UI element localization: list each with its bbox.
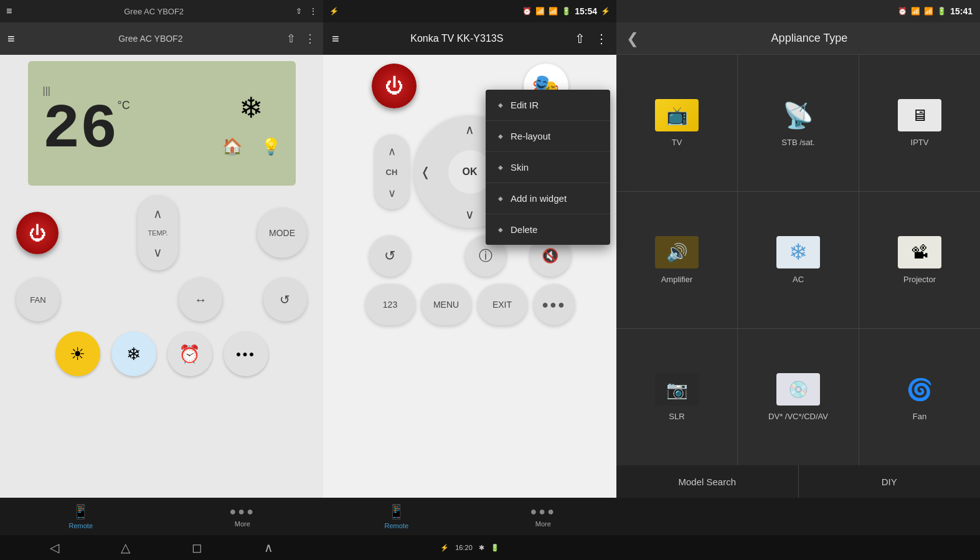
appliance-grid: 📺 TV 📡 STB /sat. 🖥 IPTV 🔊 Amplifier ❄ AC [616,55,980,465]
more-label-mid: More [535,520,551,528]
tv-hamburger-icon[interactable]: ≡ [332,32,339,46]
diamond-icon-2: ◆ [498,133,503,140]
tv-nav-down[interactable]: ∨ [465,207,474,222]
diy-button[interactable]: DIY [799,465,981,498]
tv-nav-up[interactable]: ∧ [465,122,474,137]
ac-expand-button[interactable]: ↔ [179,278,222,321]
tv-more-icon[interactable]: ⋮ [595,31,608,46]
bottom-bar-left: 📱 Remote ●●● More [0,498,323,535]
main-area: ≡ Gree AC YBOF2 ⇧ ⋮ ||| 26 °C [0,22,980,498]
appliance-ac-label: AC [793,275,804,284]
bottom-remote-left[interactable]: 📱 Remote [0,500,162,533]
bottom-bar-middle: 📱 Remote ●●● More [323,498,616,535]
tv-dots-button[interactable]: ●●● [534,284,575,325]
ac-panel-header: ≡ Gree AC YBOF2 ⇧ ⋮ [0,22,323,55]
tv-power-button[interactable]: ⏻ [372,64,417,108]
sys-nav: ◁ △ ◻ ∧ ⚡ 16:20 ✱ 🔋 [0,535,980,560]
fan-icon: 🌀 [898,373,941,406]
home-nav-button[interactable]: △ [121,540,130,555]
appliance-fan[interactable]: 🌀 Fan [859,329,980,465]
appliance-tv[interactable]: 📺 TV [616,55,737,191]
usb-icon-left: ⚡ [329,7,339,16]
signal-icon-mid: 📶 [549,7,558,16]
dropdown-relayout[interactable]: ◆ Re-layout [486,121,610,152]
ac-mode-button[interactable]: MODE [257,208,307,258]
dropdown-edit-ir[interactable]: ◆ Edit IR [486,90,610,121]
dropdown-skin[interactable]: ◆ Skin [486,152,610,183]
tv-menu-button[interactable]: MENU [422,284,471,325]
tv-123-label: 123 [383,300,397,310]
dropdown-menu: ◆ Edit IR ◆ Re-layout ◆ Skin ◆ Add in wi… [486,90,610,245]
more-icon[interactable]: ⋮ [309,7,317,16]
ac-up-arrow: ∧ [153,206,163,221]
appliance-slr-label: SLR [669,412,684,421]
appliance-projector-label: Projector [903,275,936,284]
ac-temp-pill[interactable]: ∧ TEMP. ∨ [138,196,178,270]
ac-rotate-button[interactable]: ↺ [263,278,307,321]
ac-dots-button[interactable]: ●●● [224,331,268,376]
ac-hamburger-icon[interactable]: ≡ [7,32,15,46]
ac-fan-label: FAN [30,295,45,305]
amplifier-icon: 🔊 [655,236,699,268]
alarm-icon-mid: ⏰ [522,7,532,16]
tv-nav-left[interactable]: ❬ [420,164,431,179]
tv-ch-label: CH [386,168,398,177]
recent-nav-button[interactable]: ◻ [192,540,202,555]
appliance-header: ❮ Appliance Type [616,22,980,55]
ac-sun-button[interactable]: ☀ [55,331,100,376]
tv-menu-label: MENU [433,300,459,310]
alarm-icon-right: ⏰ [898,7,907,16]
sys-usb-icon: ⚡ [440,544,449,552]
dropdown-add-widget[interactable]: ◆ Add in widget [486,183,610,214]
appliance-stb-label: STB /sat. [781,138,814,147]
tv-ch-pill[interactable]: ∧ CH ∨ [375,135,409,209]
bottom-remote-mid[interactable]: 📱 Remote [323,500,470,533]
more-dots-left: ●●● [229,505,255,518]
appliance-stb[interactable]: 📡 STB /sat. [738,55,859,191]
appliance-iptv[interactable]: 🖥 IPTV [859,55,980,191]
remote-label-mid: Remote [384,522,408,529]
dropdown-relayout-label: Re-layout [511,131,550,141]
appliance-projector[interactable]: 📽 Projector [859,192,980,328]
dropdown-widget-label: Add in widget [511,193,567,204]
wifi-icon-right: 📶 [911,7,920,16]
model-search-label: Model Search [678,477,736,487]
dropdown-delete-label: Delete [511,224,537,235]
remote-label-left: Remote [68,522,93,529]
ac-snow-button[interactable]: ❄ [111,331,156,376]
sys-nav-right [616,535,980,560]
appliance-ac[interactable]: ❄ AC [738,192,859,328]
slr-icon: 📷 [655,373,699,406]
appliance-amplifier-label: Amplifier [661,275,693,284]
back-nav-button[interactable]: ◁ [50,540,59,555]
appliance-amplifier[interactable]: 🔊 Amplifier [616,192,737,328]
more-label-left: More [235,520,250,528]
ac-fan-button[interactable]: FAN [16,278,60,321]
ac-title: Gree AC YBOF2 [118,34,182,44]
tv-123-button[interactable]: 123 [365,284,415,325]
ac-clock-button[interactable]: ⏰ [167,331,212,376]
bottom-more-mid[interactable]: ●●● More [470,501,617,531]
ac-share-icon[interactable]: ⇧ [286,32,296,45]
sys-nav-middle: ⚡ 16:20 ✱ 🔋 [323,535,616,560]
model-search-button[interactable]: Model Search [616,465,799,498]
tv-ok-button[interactable]: OK [448,150,492,194]
status-bars: ≡ Gree AC YBOF2 ⇧ ⋮ ⚡ ⏰ 📶 📶 🔋 15:54 ⚡ ⏰ … [0,0,980,22]
more-dots-mid: ●●● [530,505,556,518]
tv-share-icon[interactable]: ⇧ [575,31,585,46]
tv-refresh-button[interactable]: ↺ [369,235,410,277]
wifi-icon-mid: 📶 [535,7,545,16]
appliance-slr[interactable]: 📷 SLR [616,329,737,465]
appliance-back-button[interactable]: ❮ [626,30,639,47]
ac-more-icon[interactable]: ⋮ [304,32,316,45]
tv-icon: 📺 [655,99,699,131]
ac-power-button[interactable]: ⏻ [16,212,59,254]
tv-exit-button[interactable]: EXIT [478,284,527,325]
dropdown-delete[interactable]: ◆ Delete [486,214,610,245]
up-nav-button[interactable]: ∧ [264,540,273,555]
tv-ok-label: OK [463,166,478,178]
share-icon[interactable]: ⇧ [296,7,302,16]
bottom-more-left[interactable]: ●●● More [162,501,324,531]
bottom-bars: 📱 Remote ●●● More 📱 Remote ●●● More [0,498,980,535]
appliance-dvd[interactable]: 💿 DV* /VC*/CD/AV [738,329,859,465]
